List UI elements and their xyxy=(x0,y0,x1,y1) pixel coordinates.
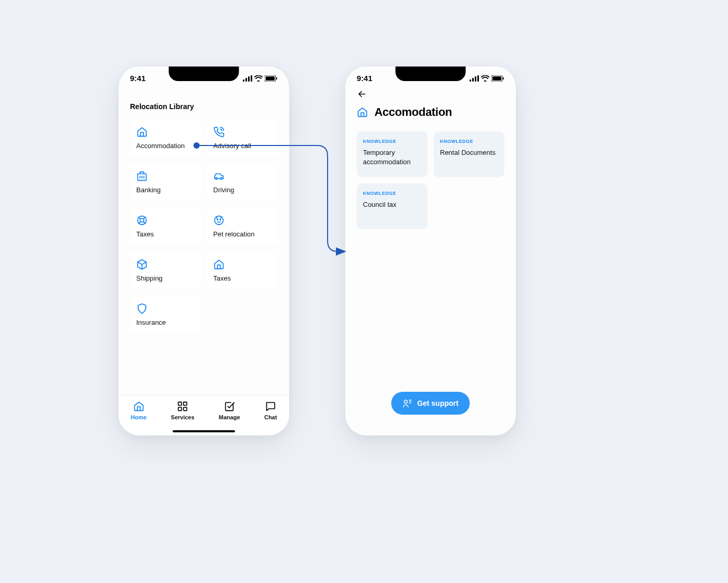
knowledge-tag: KNOWLEDGE xyxy=(440,139,498,144)
support-icon xyxy=(402,399,412,408)
status-icons xyxy=(243,75,278,82)
page-header: Accomodation xyxy=(345,101,516,119)
nav-manage[interactable]: Manage xyxy=(219,401,240,420)
shield-icon xyxy=(136,303,148,314)
category-label: Taxes xyxy=(136,230,194,238)
knowledge-title: Council tax xyxy=(363,200,421,209)
phone-icon xyxy=(213,126,225,138)
svg-rect-0 xyxy=(243,80,244,82)
category-grid: Accommodation Advisory call Banking Driv… xyxy=(119,116,289,334)
home-icon xyxy=(133,401,145,412)
arrow-left-icon xyxy=(357,89,367,99)
svg-rect-18 xyxy=(475,76,476,82)
category-insurance[interactable]: Insurance xyxy=(130,296,201,334)
svg-point-10 xyxy=(217,219,218,220)
svg-rect-5 xyxy=(266,76,275,81)
svg-rect-13 xyxy=(184,402,187,405)
category-label: Driving xyxy=(213,186,271,194)
category-taxes[interactable]: Taxes xyxy=(130,207,201,245)
get-support-button[interactable]: Get support xyxy=(391,392,470,415)
knowledge-tag: KNOWLEDGE xyxy=(363,191,421,196)
buoy-icon xyxy=(136,215,148,226)
nav-label: Home xyxy=(131,414,147,420)
svg-rect-1 xyxy=(245,78,247,82)
nav-services[interactable]: Services xyxy=(171,401,194,420)
category-label: Advisory call xyxy=(213,142,271,150)
car-icon xyxy=(213,170,225,182)
home-indicator xyxy=(173,430,235,432)
status-time: 9:41 xyxy=(130,74,146,83)
knowledge-title: Rental Documents xyxy=(440,148,498,157)
wifi-icon xyxy=(481,75,489,82)
status-icons xyxy=(470,75,504,82)
category-taxes-2[interactable]: Taxes xyxy=(207,251,278,289)
svg-rect-19 xyxy=(477,75,479,82)
svg-point-23 xyxy=(404,400,407,403)
knowledge-card-rental-documents[interactable]: KNOWLEDGE Rental Documents xyxy=(434,131,504,177)
category-label: Accommodation xyxy=(136,142,194,150)
page-title: Accomodation xyxy=(374,105,452,119)
svg-rect-6 xyxy=(276,77,277,80)
nav-label: Manage xyxy=(219,414,240,420)
category-label: Banking xyxy=(136,186,194,194)
page-title: Relocation Library xyxy=(119,87,289,116)
category-label: Taxes xyxy=(213,274,271,282)
phone-screen-library: 9:41 Relocation Library Accommodation Ad… xyxy=(119,67,289,435)
category-driving[interactable]: Driving xyxy=(207,163,278,201)
nav-home[interactable]: Home xyxy=(131,401,147,420)
svg-rect-15 xyxy=(184,407,187,410)
check-icon xyxy=(224,401,235,412)
status-time: 9:41 xyxy=(357,74,372,83)
svg-rect-3 xyxy=(251,75,252,82)
svg-rect-22 xyxy=(503,77,504,80)
chat-icon xyxy=(265,401,276,412)
svg-rect-16 xyxy=(470,80,471,82)
battery-icon xyxy=(265,75,278,82)
wifi-icon xyxy=(254,75,263,82)
knowledge-tag: KNOWLEDGE xyxy=(363,139,421,144)
phone-screen-detail: 9:41 Accomodation KNOWLEDGE Temporary ac… xyxy=(345,67,516,435)
knowledge-card-council-tax[interactable]: KNOWLEDGE Council tax xyxy=(357,183,427,229)
category-banking[interactable]: Banking xyxy=(130,163,201,201)
knowledge-title: Temporary accommodation xyxy=(363,148,421,166)
cellular-icon xyxy=(470,75,479,82)
svg-point-9 xyxy=(215,216,224,225)
category-label: Pet relocation xyxy=(213,230,271,238)
svg-rect-12 xyxy=(178,402,181,405)
category-shipping[interactable]: Shipping xyxy=(130,251,201,289)
back-button[interactable] xyxy=(345,87,516,101)
home-icon xyxy=(357,107,368,118)
grid-icon xyxy=(177,401,188,412)
notch xyxy=(396,67,466,81)
home-icon xyxy=(213,259,225,270)
battery-icon xyxy=(491,75,504,82)
category-label: Insurance xyxy=(136,319,194,326)
bank-icon xyxy=(136,170,148,182)
svg-rect-2 xyxy=(248,76,250,82)
knowledge-card-temporary-accommodation[interactable]: KNOWLEDGE Temporary accommodation xyxy=(357,131,427,177)
nav-label: Services xyxy=(171,414,194,420)
pet-icon xyxy=(213,215,225,226)
knowledge-grid: KNOWLEDGE Temporary accommodation KNOWLE… xyxy=(345,119,516,229)
bottom-nav: Home Services Manage Chat xyxy=(119,395,289,435)
svg-rect-17 xyxy=(472,78,474,82)
home-icon xyxy=(136,126,148,138)
nav-chat[interactable]: Chat xyxy=(264,401,277,420)
svg-rect-21 xyxy=(492,76,501,81)
svg-rect-14 xyxy=(178,407,181,410)
notch xyxy=(169,67,239,81)
svg-point-11 xyxy=(220,219,221,220)
box-icon xyxy=(136,259,148,270)
category-label: Shipping xyxy=(136,274,194,282)
cellular-icon xyxy=(243,75,252,82)
category-advisory-call[interactable]: Advisory call xyxy=(207,119,278,157)
category-accommodation[interactable]: Accommodation xyxy=(130,119,201,157)
nav-label: Chat xyxy=(264,414,277,420)
support-button-label: Get support xyxy=(417,399,458,407)
category-pet-relocation[interactable]: Pet relocation xyxy=(207,207,278,245)
